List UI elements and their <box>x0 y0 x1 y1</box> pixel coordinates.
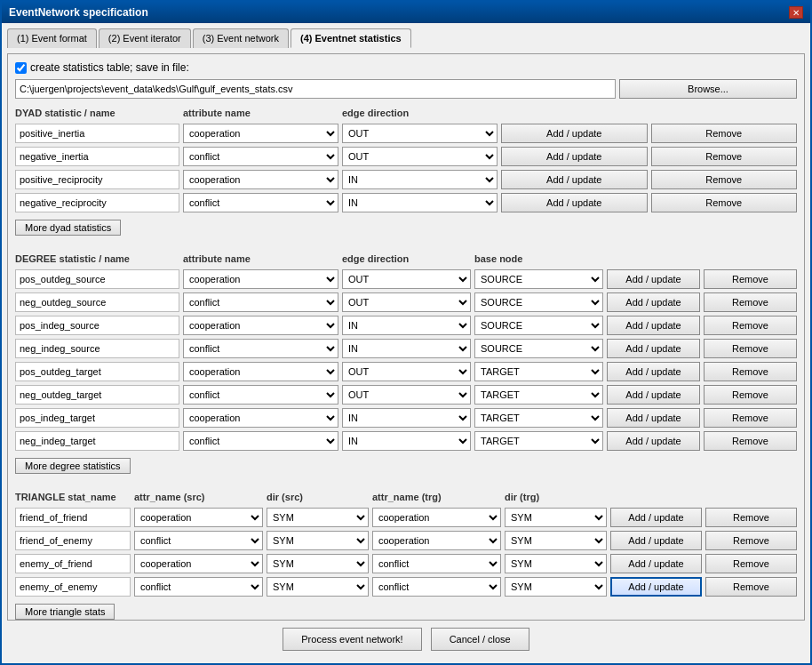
degree-attr-2[interactable]: cooperationconflict <box>183 316 338 335</box>
file-path-input[interactable] <box>15 79 616 99</box>
degree-node-3[interactable]: SOURCETARGET <box>474 339 603 358</box>
degree-remove-4[interactable]: Remove <box>704 362 797 381</box>
tri-dir-src-3[interactable]: SYMOUTIN <box>267 577 369 597</box>
degree-add-update-3[interactable]: Add / update <box>607 339 700 358</box>
degree-dir-7[interactable]: OUTIN <box>342 431 471 451</box>
degree-node-4[interactable]: SOURCETARGET <box>474 362 603 381</box>
tri-attr-src-0[interactable]: cooperationconflict <box>134 508 263 527</box>
degree-remove-6[interactable]: Remove <box>704 408 797 428</box>
dyad-add-update-1[interactable]: Add / update <box>501 147 648 166</box>
degree-add-update-0[interactable]: Add / update <box>607 269 700 289</box>
degree-dir-0[interactable]: OUTIN <box>342 269 471 289</box>
tri-dir-src-1[interactable]: SYMOUTIN <box>267 531 369 550</box>
tri-remove-1[interactable]: Remove <box>705 531 797 550</box>
tri-attr-src-1[interactable]: cooperationconflict <box>134 531 263 550</box>
create-stats-checkbox[interactable] <box>15 62 27 74</box>
degree-node-7[interactable]: SOURCETARGET <box>474 431 603 451</box>
degree-dir-1[interactable]: OUTIN <box>342 292 471 312</box>
dyad-attr-3[interactable]: cooperationconflict <box>183 193 338 212</box>
tri-attr-src-3[interactable]: cooperationconflict <box>134 577 263 597</box>
degree-dir-6[interactable]: OUTIN <box>342 408 471 428</box>
dyad-remove-2[interactable]: Remove <box>651 170 798 189</box>
tri-dir-trg-1[interactable]: SYMOUTIN <box>505 531 607 550</box>
cancel-close-button[interactable]: Cancel / close <box>431 628 529 651</box>
tab-event-format[interactable]: (1) Event format <box>7 28 97 48</box>
degree-add-update-5[interactable]: Add / update <box>607 385 700 405</box>
degree-attr-5[interactable]: cooperationconflict <box>183 385 338 405</box>
close-button[interactable]: ✕ <box>789 6 803 19</box>
tri-attr-trg-3[interactable]: cooperationconflict <box>372 577 501 597</box>
degree-dir-3[interactable]: OUTIN <box>342 339 471 358</box>
degree-remove-5[interactable]: Remove <box>704 385 797 405</box>
dyad-remove-3[interactable]: Remove <box>651 193 798 212</box>
tri-remove-0[interactable]: Remove <box>705 508 797 527</box>
degree-add-update-4[interactable]: Add / update <box>607 362 700 381</box>
degree-add-update-2[interactable]: Add / update <box>607 316 700 335</box>
degree-dir-4[interactable]: OUTIN <box>342 362 471 381</box>
dyad-dir-0[interactable]: OUTIN <box>342 124 498 143</box>
degree-attr-3[interactable]: cooperationconflict <box>183 339 338 358</box>
tri-add-update-0[interactable]: Add / update <box>610 508 702 527</box>
dyad-dir-2[interactable]: OUTIN <box>342 170 498 189</box>
tri-attr-trg-0[interactable]: cooperationconflict <box>372 508 501 527</box>
tri-remove-3[interactable]: Remove <box>705 577 797 597</box>
tri-attr-trg-1[interactable]: cooperationconflict <box>372 531 501 550</box>
degree-remove-2[interactable]: Remove <box>704 316 797 335</box>
dyad-add-update-0[interactable]: Add / update <box>501 124 648 143</box>
dyad-attr-2[interactable]: cooperationconflict <box>183 170 338 189</box>
degree-attr-7[interactable]: cooperationconflict <box>183 431 338 451</box>
more-degree-stats-button[interactable]: More degree statistics <box>15 458 131 474</box>
degree-node-2[interactable]: SOURCETARGET <box>474 316 603 335</box>
degree-stat-name-0: pos_outdeg_source <box>15 269 179 289</box>
dyad-attr-1[interactable]: cooperationconflict <box>183 147 338 166</box>
dyad-remove-1[interactable]: Remove <box>651 147 798 166</box>
degree-stat-name-7: neg_indeg_target <box>15 431 179 451</box>
tri-add-update-2[interactable]: Add / update <box>610 554 702 573</box>
degree-remove-0[interactable]: Remove <box>704 269 797 289</box>
degree-add-update-7[interactable]: Add / update <box>607 431 700 451</box>
degree-attr-6[interactable]: cooperationconflict <box>183 408 338 428</box>
process-event-network-button[interactable]: Process event network! <box>283 628 421 651</box>
table-row: pos_outdeg_source cooperationconflict OU… <box>15 269 797 289</box>
dyad-attr-0[interactable]: cooperationconflict <box>183 124 338 143</box>
more-triangle-stats-button[interactable]: More triangle stats <box>15 604 115 620</box>
tab-eventnet-statistics[interactable]: (4) Eventnet statistics <box>291 28 411 48</box>
tab-event-iterator[interactable]: (2) Event iterator <box>99 28 191 48</box>
tri-dir-trg-2[interactable]: SYMOUTIN <box>505 554 607 573</box>
degree-node-1[interactable]: SOURCETARGET <box>474 292 603 312</box>
tri-attr-trg-2[interactable]: cooperationconflict <box>372 554 501 573</box>
dyad-stat-name-0: positive_inertia <box>15 124 179 143</box>
degree-node-5[interactable]: SOURCETARGET <box>474 385 603 405</box>
tri-attr-src-2[interactable]: cooperationconflict <box>134 554 263 573</box>
tri-dir-trg-0[interactable]: SYMOUTIN <box>505 508 607 527</box>
degree-dir-2[interactable]: OUTIN <box>342 316 471 335</box>
dyad-remove-0[interactable]: Remove <box>651 124 798 143</box>
degree-remove-3[interactable]: Remove <box>704 339 797 358</box>
tri-add-update-3[interactable]: Add / update <box>610 577 702 597</box>
degree-attr-4[interactable]: cooperationconflict <box>183 362 338 381</box>
degree-node-6[interactable]: SOURCETARGET <box>474 408 603 428</box>
tri-dir-src-2[interactable]: SYMOUTIN <box>267 554 369 573</box>
degree-node-0[interactable]: SOURCETARGET <box>474 269 603 289</box>
tri-remove-2[interactable]: Remove <box>705 554 797 573</box>
tri-stat-name-3: enemy_of_enemy <box>15 577 131 597</box>
tri-dir-trg-3[interactable]: SYMOUTIN <box>505 577 607 597</box>
tab-event-network[interactable]: (3) Event network <box>193 28 289 48</box>
tri-dir-src-0[interactable]: SYMOUTIN <box>267 508 369 527</box>
degree-attr-1[interactable]: cooperationconflict <box>183 292 338 312</box>
tri-add-update-1[interactable]: Add / update <box>610 531 702 550</box>
degree-remove-7[interactable]: Remove <box>704 431 797 451</box>
degree-add-update-1[interactable]: Add / update <box>607 292 700 312</box>
degree-dir-5[interactable]: OUTIN <box>342 385 471 405</box>
degree-attr-0[interactable]: cooperationconflict <box>183 269 338 289</box>
degree-remove-1[interactable]: Remove <box>704 292 797 312</box>
dyad-dir-3[interactable]: OUTIN <box>342 193 498 212</box>
degree-add-update-6[interactable]: Add / update <box>607 408 700 428</box>
table-row: pos_indeg_source cooperationconflict OUT… <box>15 316 797 335</box>
browse-button[interactable]: Browse... <box>619 79 797 99</box>
dyad-add-update-2[interactable]: Add / update <box>501 170 648 189</box>
table-row: pos_outdeg_target cooperationconflict OU… <box>15 362 797 381</box>
dyad-dir-1[interactable]: OUTIN <box>342 147 498 166</box>
more-dyad-stats-button[interactable]: More dyad statistics <box>15 220 121 236</box>
dyad-add-update-3[interactable]: Add / update <box>501 193 648 212</box>
